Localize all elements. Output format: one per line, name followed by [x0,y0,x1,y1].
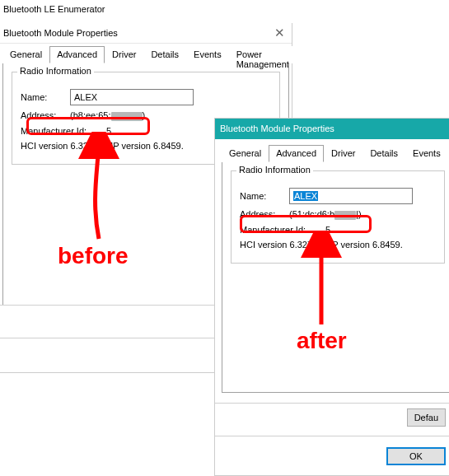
close-icon[interactable]: ✕ [272,26,287,40]
name-label: Name: [240,191,289,201]
caption-after: after [297,328,347,354]
group-legend: Radio Information [17,66,94,76]
address-value: (b8:ee:65:) [70,110,145,121]
dialog-title: Bluetooth Module Properties [220,124,334,133]
dialog-title: Bluetooth Module Properties [3,28,118,38]
defaults-button-row: Defau [215,403,449,431]
tab-details[interactable]: Details [362,145,405,162]
address-label: Address: [21,110,70,120]
defaults-button[interactable]: Defau [407,408,446,427]
manufacturer-label: Manufacturer Id: [240,225,314,235]
tab-panel-advanced: Radio Information Name: ALEX Address: (5… [222,162,449,393]
name-label: Name: [21,92,70,102]
radio-information-group: Radio Information Name: ALEX Address: (5… [231,170,445,264]
name-field[interactable]: ALEX [70,89,194,105]
tab-events[interactable]: Events [405,145,448,162]
lmp-version: MP version 6.8459. [105,141,184,151]
tab-driver[interactable]: Driver [105,46,143,63]
tab-general[interactable]: General [222,145,269,162]
tabs: General Advanced Driver Details Events P… [222,144,449,162]
properties-dialog-after: Bluetooth Module Properties General Adva… [214,118,449,476]
hci-version: HCI version 6.327. [240,240,315,250]
tab-general[interactable]: General [2,46,49,63]
caption-before: before [58,243,129,269]
tab-advanced[interactable]: Advanced [269,145,324,162]
dialog-titlebar: Bluetooth Module Properties ✕ [0,23,292,44]
group-legend: Radio Information [236,165,313,175]
tab-events[interactable]: Events [186,46,229,63]
address-label: Address: [240,209,289,219]
ok-button[interactable]: OK [386,447,446,465]
tab-details[interactable]: Details [143,46,186,63]
redaction-bar [334,211,356,220]
tab-driver[interactable]: Driver [324,145,362,162]
hci-version: HCI version 6.327. [21,141,96,151]
manufacturer-label: Manufacturer Id: [21,126,95,136]
tab-advanced[interactable]: Advanced [49,46,105,63]
manufacturer-value: 5 [325,225,330,235]
manufacturer-value: 5 [106,126,111,136]
tab-power-management[interactable]: Power Management [229,46,297,63]
tabs: General Advanced Driver Details Events P… [2,45,289,63]
redaction-bar [111,112,143,121]
name-field[interactable]: ALEX [289,188,413,204]
dialog-titlebar: Bluetooth Module Properties [215,119,449,139]
address-value: (51:dc:d6:b|) [289,209,362,220]
app-title: Bluetooth LE Enumerator [0,0,214,18]
ok-cancel-row: OK [215,436,449,475]
lmp-version: MP version 6.8459. [325,240,403,250]
